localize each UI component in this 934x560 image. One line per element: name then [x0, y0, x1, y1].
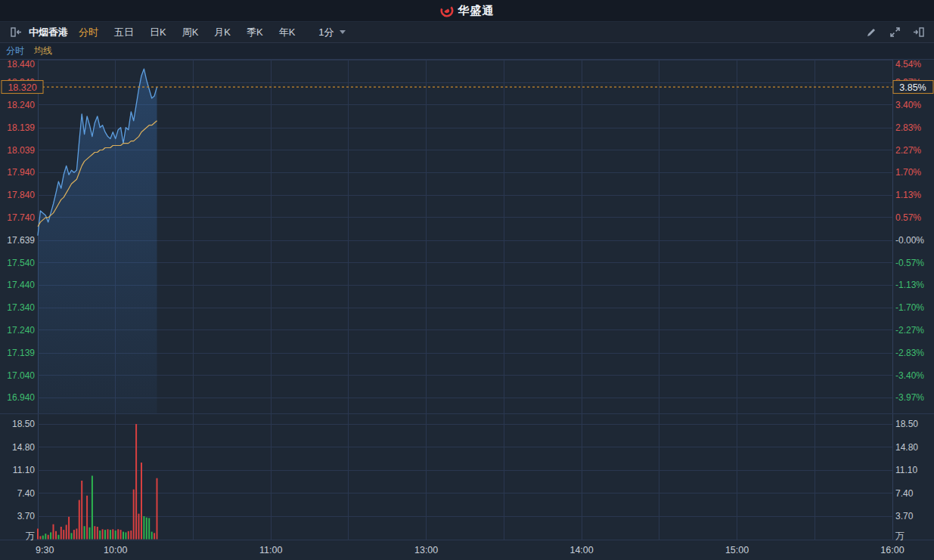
volume-bar	[138, 514, 140, 540]
tab-2[interactable]: 日K	[150, 26, 166, 39]
volume-bar	[104, 530, 106, 539]
volume-bar	[146, 518, 147, 540]
volume-bar	[125, 532, 126, 539]
app-brand: 华盛通	[458, 4, 495, 18]
volume-unit-label: 万	[26, 531, 35, 541]
toolbar-right-icons	[864, 26, 925, 39]
volume-bar	[120, 530, 122, 539]
percent-axis-label: -3.40%	[895, 370, 924, 381]
volume-bar	[151, 532, 153, 540]
percent-axis-label: -1.13%	[895, 280, 924, 290]
percent-axis-label: 2.27%	[895, 145, 921, 156]
percent-axis-label: -1.70%	[895, 302, 924, 313]
percent-axis-label: -2.27%	[895, 325, 924, 336]
volume-bar	[115, 531, 116, 540]
volume-bar	[92, 476, 93, 540]
chart-toolbar: 中烟香港 分时五日日K周K月K季K年K 1分	[0, 22, 934, 43]
current-percent-value: 3.85%	[899, 82, 926, 93]
price-axis-label: 17.840	[7, 190, 35, 200]
fullscreen-icon[interactable]	[888, 26, 901, 39]
tab-5[interactable]: 季K	[247, 26, 263, 39]
price-axis-label: 17.639	[7, 235, 35, 246]
price-axis-label: 17.240	[7, 325, 35, 336]
tab-1[interactable]: 五日	[114, 26, 134, 39]
volume-bar	[117, 529, 119, 539]
dock-left-icon[interactable]	[9, 26, 23, 39]
time-axis-label: 10:00	[104, 545, 127, 555]
volume-bar	[57, 535, 59, 540]
volume-axis-label: 18.50	[895, 419, 918, 429]
volume-bar	[71, 533, 73, 539]
volume-bar	[141, 463, 142, 539]
volume-bar	[94, 526, 95, 539]
tab-4[interactable]: 月K	[214, 26, 231, 39]
time-axis-label: 15:00	[725, 545, 749, 555]
price-axis-label: 18.139	[7, 122, 35, 133]
percent-axis-label: 1.13%	[895, 190, 921, 200]
volume-bar	[123, 532, 124, 540]
tab-6[interactable]: 年K	[279, 26, 296, 39]
percent-axis-label: 0.57%	[895, 212, 921, 223]
volume-bar	[79, 500, 80, 540]
volume-bar	[61, 527, 62, 540]
volume-bar	[68, 517, 70, 540]
volume-bar	[45, 534, 46, 539]
volume-bar	[55, 531, 57, 540]
time-axis-label: 14:00	[569, 545, 593, 555]
percent-axis-label: 4.54%	[895, 59, 921, 70]
price-axis-label: 18.039	[7, 145, 35, 156]
percent-axis-label: -2.83%	[895, 348, 924, 358]
dock-right-icon[interactable]	[911, 26, 925, 39]
volume-axis-label: 14.80	[895, 442, 918, 453]
huasheng-logo-icon	[440, 4, 454, 17]
volume-axis-label: 11.10	[13, 465, 35, 475]
volume-bar	[110, 530, 111, 539]
tab-0[interactable]: 分时	[79, 26, 98, 39]
percent-axis-label: -0.57%	[895, 258, 924, 268]
volume-bar	[97, 527, 98, 540]
price-axis-label: 17.340	[7, 302, 35, 313]
volume-bar	[63, 530, 64, 539]
percent-axis-label: 1.70%	[895, 167, 921, 178]
volume-bar	[143, 516, 144, 540]
volume-bar	[84, 526, 85, 539]
price-axis-label: 17.040	[7, 370, 35, 381]
legend-item-1[interactable]: 均线	[34, 45, 52, 57]
interval-selector[interactable]: 1分	[318, 26, 345, 39]
volume-bar	[148, 518, 150, 540]
volume-bar	[112, 529, 113, 539]
price-axis-label: 16.940	[7, 392, 35, 403]
legend-item-0[interactable]: 分时	[6, 45, 24, 57]
chevron-down-icon	[340, 30, 346, 34]
volume-bar	[157, 478, 158, 540]
volume-bar	[89, 528, 91, 540]
volume-bar	[73, 530, 75, 539]
volume-bar	[53, 524, 54, 540]
volume-bar	[99, 531, 101, 540]
tab-3[interactable]: 周K	[182, 26, 199, 39]
price-area-fill	[38, 69, 157, 413]
volume-bar	[81, 481, 82, 540]
period-tabs: 分时五日日K周K月K季K年K	[79, 26, 311, 39]
volume-axis-label: 11.10	[895, 465, 917, 475]
volume-bar	[86, 496, 88, 540]
percent-axis-label: 3.40%	[895, 100, 921, 110]
current-price-value: 18.320	[8, 82, 36, 93]
app-window: 华盛通 中烟香港 分时五日日K周K月K季K年K 1分	[0, 0, 934, 560]
volume-bar	[107, 529, 109, 539]
time-axis-label: 13:00	[414, 545, 438, 555]
volume-axis-label: 3.70	[17, 511, 36, 521]
volume-bar	[135, 424, 137, 539]
percent-axis-label: -0.00%	[895, 235, 924, 246]
pencil-icon[interactable]	[864, 26, 878, 39]
title-bar: 华盛通	[0, 0, 934, 22]
percent-axis-label: -3.97%	[895, 392, 924, 403]
volume-axis-label: 18.50	[12, 419, 35, 429]
volume-bar	[50, 532, 51, 539]
chart-canvas[interactable]: 18.4404.54%18.3403.97%18.2403.40%18.1392…	[0, 59, 934, 560]
price-axis-label: 18.240	[7, 100, 35, 110]
volume-bar	[42, 536, 44, 540]
time-axis-label: 9:30	[36, 545, 54, 555]
price-axis-label: 17.540	[7, 258, 35, 268]
price-axis-label: 17.940	[7, 167, 35, 178]
